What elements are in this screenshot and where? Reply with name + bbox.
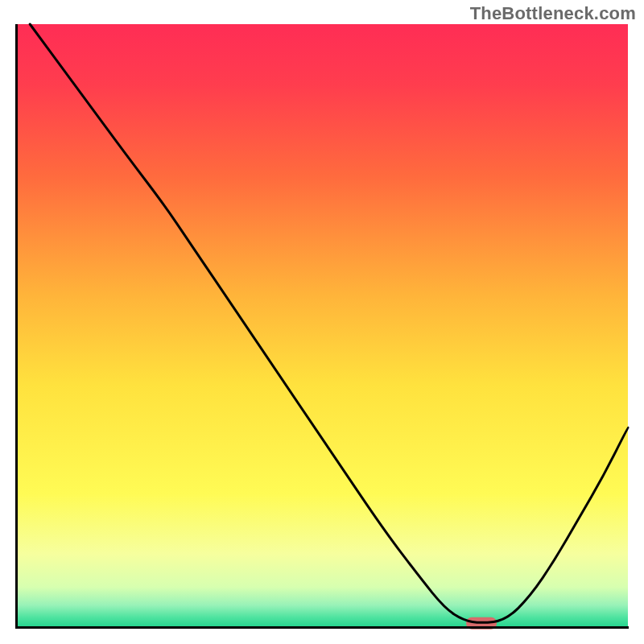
y-axis: [15, 24, 18, 629]
bottleneck-chart: [0, 0, 644, 644]
watermark-text: TheBottleneck.com: [470, 3, 636, 24]
chart-stage: TheBottleneck.com: [0, 0, 644, 644]
x-axis: [15, 626, 629, 629]
plot-background: [18, 24, 628, 626]
